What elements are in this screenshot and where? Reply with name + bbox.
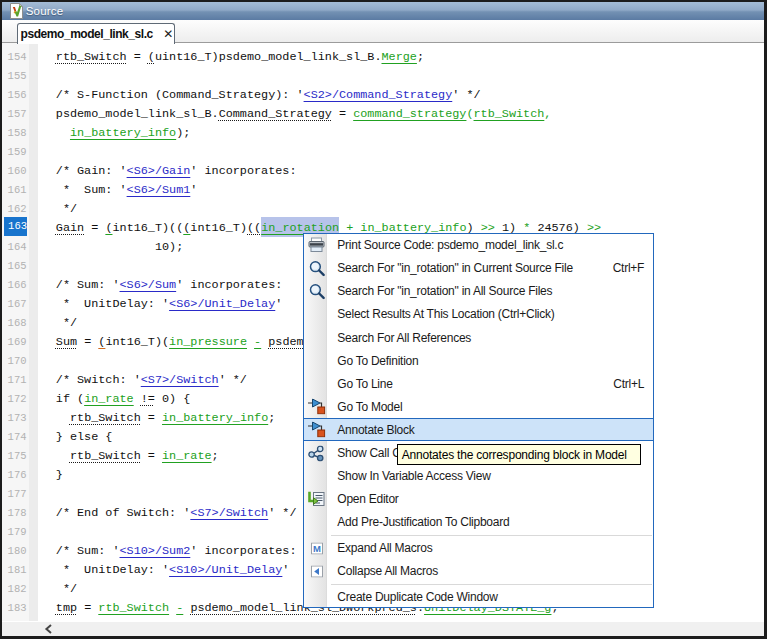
svg-text:M: M <box>313 542 321 553</box>
